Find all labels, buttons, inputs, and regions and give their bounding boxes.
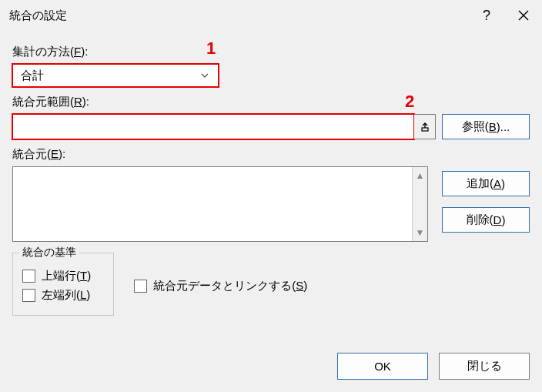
function-label: 集計の方法(F): <box>12 45 530 59</box>
close-window-button[interactable] <box>505 0 542 31</box>
function-dropdown[interactable]: 合計 <box>12 64 219 87</box>
scroll-up-icon: ▲ <box>416 170 425 181</box>
all-references-label: 統合元(E): <box>12 147 530 162</box>
use-labels-legend: 統合の基準 <box>19 246 79 260</box>
annotation-1: 1 <box>206 39 216 59</box>
annotation-2: 2 <box>405 92 414 112</box>
ok-button[interactable]: OK <box>337 353 428 380</box>
reference-input-wrap <box>12 114 436 139</box>
link-source-label: 統合元データとリンクする(S) <box>153 279 307 293</box>
reference-label: 統合元範囲(R): <box>12 95 530 109</box>
link-source-checkbox-row[interactable]: 統合元データとリンクする(S) <box>134 279 307 293</box>
help-button[interactable]: ? <box>468 0 505 31</box>
browse-button[interactable]: 参照(B)... <box>442 114 530 139</box>
titlebar: 統合の設定 ? <box>0 0 542 31</box>
left-col-checkbox[interactable] <box>22 289 35 302</box>
dialog-title: 統合の設定 <box>9 8 468 23</box>
use-labels-group: 統合の基準 上端行(T) 左端列(L) <box>12 253 114 316</box>
left-col-label: 左端列(L) <box>42 288 90 303</box>
top-row-label: 上端行(T) <box>42 269 91 283</box>
add-button[interactable]: 追加(A) <box>442 171 530 196</box>
function-selected: 合計 <box>21 69 198 83</box>
consolidate-dialog: 統合の設定 ? 集計の方法(F): 1 合計 統合元範囲(R): 2 <box>0 0 542 392</box>
svg-rect-2 <box>422 128 428 131</box>
list-scrollbar[interactable]: ▲ ▼ <box>412 167 427 241</box>
left-col-checkbox-row[interactable]: 左端列(L) <box>22 288 104 303</box>
collapse-dialog-button[interactable] <box>414 114 436 139</box>
link-source-checkbox[interactable] <box>134 280 147 293</box>
range-picker-icon <box>420 122 430 132</box>
top-row-checkbox[interactable] <box>22 270 35 283</box>
close-button[interactable]: 閉じる <box>439 353 530 380</box>
scroll-down-icon: ▼ <box>416 227 425 238</box>
close-icon <box>518 10 529 21</box>
chevron-down-icon <box>198 69 212 82</box>
reference-input[interactable] <box>12 114 414 139</box>
all-references-list[interactable]: ▲ ▼ <box>12 166 428 242</box>
delete-button[interactable]: 削除(D) <box>442 207 530 233</box>
top-row-checkbox-row[interactable]: 上端行(T) <box>22 269 104 283</box>
